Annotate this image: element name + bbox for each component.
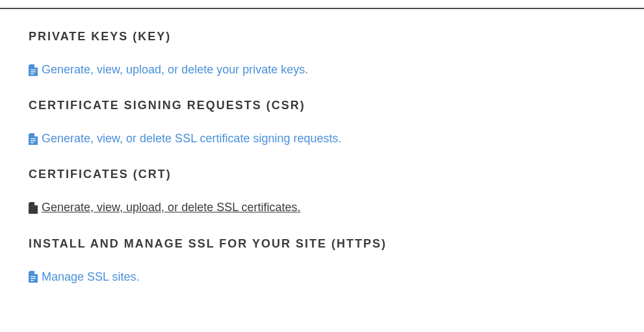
section-csr: CERTIFICATE SIGNING REQUESTS (CSR) Gener…	[29, 99, 615, 147]
svg-rect-5	[31, 142, 34, 143]
section-private-keys: PRIVATE KEYS (KEY) Generate, view, uploa…	[29, 30, 615, 78]
document-icon	[29, 202, 38, 214]
svg-rect-0	[31, 70, 36, 70]
svg-rect-3	[31, 138, 36, 139]
svg-rect-1	[31, 71, 36, 72]
svg-rect-11	[31, 280, 34, 281]
heading-manage-ssl: INSTALL AND MANAGE SSL FOR YOUR SITE (HT…	[29, 237, 615, 251]
svg-rect-2	[31, 73, 34, 74]
link-row-certificates: Generate, view, upload, or delete SSL ce…	[29, 199, 615, 216]
heading-certificates: CERTIFICATES (CRT)	[29, 168, 615, 181]
svg-rect-6	[31, 207, 36, 208]
link-csr[interactable]: Generate, view, or delete SSL certificat…	[42, 131, 342, 147]
link-row-manage-ssl: Manage SSL sites.	[29, 269, 615, 285]
document-icon	[29, 133, 38, 145]
section-manage-ssl: INSTALL AND MANAGE SSL FOR YOUR SITE (HT…	[29, 237, 615, 285]
svg-rect-10	[31, 278, 36, 279]
svg-rect-8	[31, 211, 34, 212]
section-certificates: CERTIFICATES (CRT) Generate, view, uploa…	[29, 168, 615, 216]
link-private-keys[interactable]: Generate, view, upload, or delete your p…	[42, 62, 308, 78]
link-manage-ssl[interactable]: Manage SSL sites.	[42, 269, 139, 285]
heading-csr: CERTIFICATE SIGNING REQUESTS (CSR)	[29, 99, 615, 112]
top-divider	[0, 8, 644, 9]
document-icon	[29, 64, 38, 76]
content-container: PRIVATE KEYS (KEY) Generate, view, uploa…	[0, 30, 644, 285]
heading-private-keys: PRIVATE KEYS (KEY)	[29, 30, 615, 44]
svg-rect-4	[31, 140, 36, 141]
document-icon	[29, 271, 38, 283]
svg-rect-9	[31, 276, 36, 277]
link-row-csr: Generate, view, or delete SSL certificat…	[29, 131, 615, 147]
link-row-private-keys: Generate, view, upload, or delete your p…	[29, 62, 615, 78]
link-certificates[interactable]: Generate, view, upload, or delete SSL ce…	[42, 199, 301, 216]
svg-rect-7	[31, 209, 36, 210]
